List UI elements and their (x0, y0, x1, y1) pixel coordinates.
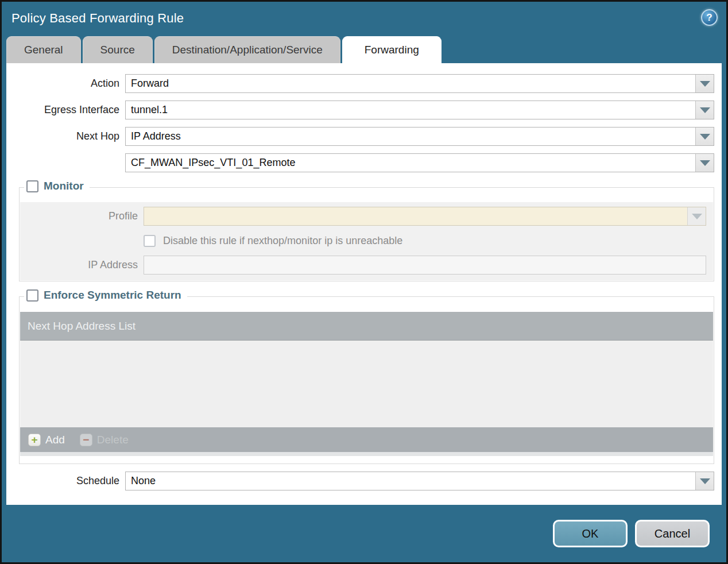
next-hop-row: Next Hop (6, 127, 714, 146)
action-dropdown-button[interactable] (695, 75, 714, 92)
monitor-legend-label: Monitor (44, 180, 84, 192)
help-glyph: ? (706, 12, 712, 24)
add-button-label: Add (45, 434, 65, 446)
egress-interface-row: Egress Interface (6, 101, 714, 119)
title-bar: Policy Based Forwarding Rule ? (2, 2, 726, 35)
chevron-down-icon (700, 160, 710, 166)
monitor-ip-address-input[interactable] (144, 256, 706, 274)
next-hop-address-list-header: Next Hop Address List (20, 312, 713, 341)
dialog-title: Policy Based Forwarding Rule (11, 11, 184, 26)
next-hop-address-list-body (20, 341, 713, 427)
next-hop-address-list-table: Next Hop Address List + Add − Delete (20, 312, 713, 456)
dialog-footer: OK Cancel (2, 505, 726, 562)
schedule-label: Schedule (6, 475, 125, 487)
pbf-rule-dialog: Policy Based Forwarding Rule ? General S… (0, 0, 728, 564)
chevron-down-icon (692, 214, 702, 219)
disable-rule-label: Disable this rule if nexthop/monitor ip … (163, 235, 402, 247)
cancel-button[interactable]: Cancel (635, 520, 710, 547)
egress-interface-field (125, 101, 714, 119)
next-hop-label: Next Hop (6, 130, 125, 142)
minus-glyph: − (83, 434, 89, 445)
action-field (125, 74, 714, 93)
next-hop-field (125, 127, 714, 146)
monitor-ip-address-field (144, 256, 706, 275)
tab-source[interactable]: Source (83, 36, 153, 63)
next-hop-dropdown-button[interactable] (695, 128, 714, 145)
monitor-ip-address-label: IP Address (20, 259, 144, 271)
egress-interface-input[interactable] (126, 101, 695, 119)
profile-field (144, 207, 706, 226)
add-button[interactable]: + Add (28, 434, 65, 446)
monitor-checkbox[interactable] (26, 180, 38, 192)
symmetric-return-legend-label: Enforce Symmetric Return (44, 289, 181, 302)
next-hop-address-dropdown-button[interactable] (695, 154, 714, 172)
tab-label: Destination/Application/Service (172, 44, 323, 56)
next-hop-address-list-toolbar: + Add − Delete (20, 427, 713, 452)
chevron-down-icon (700, 134, 710, 140)
tab-forwarding[interactable]: Forwarding (342, 36, 442, 63)
tab-content-forwarding: Action Egress Interface Next Hop (6, 63, 722, 505)
table-footer-strip (20, 452, 713, 456)
ok-button[interactable]: OK (553, 520, 628, 547)
next-hop-address-field (125, 153, 714, 172)
tab-bar: General Source Destination/Application/S… (2, 35, 726, 63)
profile-dropdown-button[interactable] (687, 207, 706, 225)
cancel-button-label: Cancel (655, 527, 690, 540)
plus-icon: + (28, 434, 41, 446)
tab-label: Forwarding (365, 44, 419, 56)
egress-interface-dropdown-button[interactable] (695, 101, 714, 119)
tab-destination-application-service[interactable]: Destination/Application/Service (154, 36, 340, 63)
symmetric-return-legend: Enforce Symmetric Return (24, 289, 187, 302)
next-hop-address-input[interactable] (126, 154, 695, 172)
schedule-input[interactable] (126, 472, 695, 490)
chevron-down-icon (700, 478, 710, 484)
delete-button[interactable]: − Delete (80, 434, 129, 446)
tab-label: Source (100, 44, 135, 56)
schedule-dropdown-button[interactable] (695, 472, 714, 490)
monitor-legend: Monitor (24, 180, 90, 192)
symmetric-return-fieldset: Enforce Symmetric Return Next Hop Addres… (19, 296, 714, 464)
help-icon[interactable]: ? (701, 9, 718, 26)
ok-button-label: OK (582, 527, 599, 540)
profile-row: Profile (20, 207, 706, 226)
monitor-fieldset: Monitor Profile Disable this rule if nex… (19, 187, 714, 281)
action-label: Action (6, 78, 125, 90)
profile-input[interactable] (144, 207, 687, 225)
tab-label: General (24, 44, 63, 56)
monitor-panel: Profile Disable this rule if nexthop/mon… (20, 202, 713, 280)
schedule-row: Schedule (6, 472, 714, 490)
delete-button-label: Delete (97, 434, 129, 446)
action-input[interactable] (126, 75, 695, 92)
next-hop-address-list-header-label: Next Hop Address List (28, 320, 135, 333)
action-row: Action (6, 74, 714, 93)
schedule-field (125, 472, 714, 490)
tab-general[interactable]: General (6, 36, 81, 63)
monitor-ip-address-row: IP Address (20, 256, 706, 275)
chevron-down-icon (700, 107, 710, 113)
next-hop-address-row (6, 153, 714, 172)
disable-rule-checkbox[interactable] (144, 235, 156, 247)
disable-rule-row: Disable this rule if nexthop/monitor ip … (20, 235, 706, 247)
egress-interface-label: Egress Interface (6, 104, 125, 116)
profile-label: Profile (20, 210, 144, 222)
chevron-down-icon (700, 81, 710, 87)
plus-glyph: + (31, 434, 37, 445)
next-hop-type-input[interactable] (126, 128, 695, 145)
symmetric-return-checkbox[interactable] (26, 289, 38, 302)
minus-icon: − (80, 434, 92, 446)
